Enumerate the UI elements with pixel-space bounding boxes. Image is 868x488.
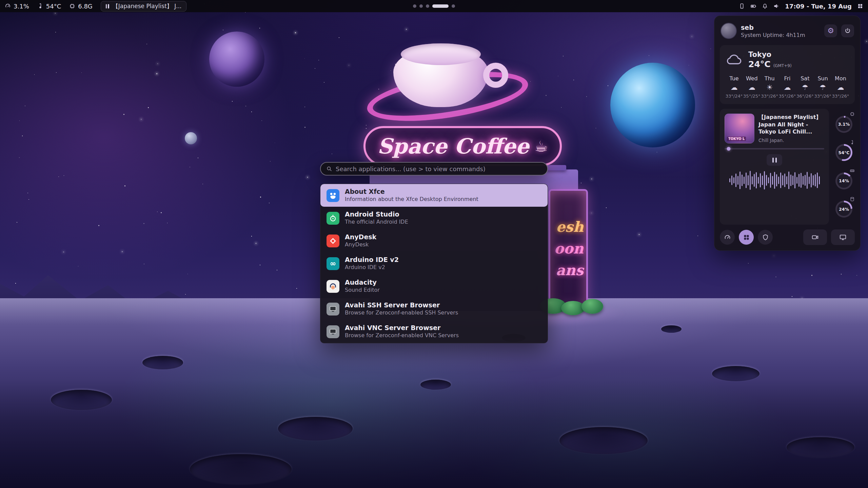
album-art-label: TOKYO L [727, 137, 746, 141]
weather-temp: 24°C [748, 59, 771, 69]
weather-icon: ☁ [837, 84, 844, 91]
weather-icon: ☁ [784, 84, 791, 91]
battery-icon[interactable] [750, 3, 756, 9]
result-subtitle: AnyDesk [345, 241, 376, 248]
gear-icon: ⚙ [827, 27, 834, 35]
now-playing-text: 【Japanese Playlist】 J... [113, 2, 182, 10]
screen-record-button[interactable] [803, 229, 827, 245]
space-coffee-neon-sign: Space Coffee ☕ [363, 126, 562, 166]
coffee-cup-icon: ☕ [535, 138, 548, 155]
small-moon [185, 132, 197, 144]
weather-icon: ☂ [802, 84, 808, 91]
workspace-switcher [413, 4, 455, 8]
forecast-day: Tue ☁ 33°/24° [725, 75, 743, 99]
purple-planet [209, 32, 264, 87]
memory-chip-icon [69, 3, 75, 9]
weather-card: Tokyo 24°C (GMT+9) Tue ☁ 33°/24° Wed ☁ 3… [720, 45, 855, 104]
seek-bar[interactable] [725, 148, 824, 149]
forecast-day: Thu ☀ 33°/26° [761, 75, 778, 99]
seek-handle[interactable] [727, 147, 730, 151]
workspace-active-pill[interactable] [432, 4, 449, 8]
crater [661, 325, 682, 333]
volume-icon[interactable] [773, 3, 780, 9]
audio-waveform [725, 169, 824, 191]
result-audacity[interactable]: Audacity Sound Editor [320, 275, 548, 298]
result-avahi-ssh[interactable]: Avahi SSH Server Browser Browse for Zero… [320, 298, 548, 320]
result-arduino-ide[interactable]: ∞ Arduino IDE v2 Arduino IDE v2 [320, 252, 548, 275]
result-title: Arduino IDE v2 [345, 256, 399, 264]
android-studio-icon [327, 212, 339, 225]
pause-icon [106, 4, 109, 8]
launcher-results-list: About Xfce Information about the Xfce De… [320, 184, 548, 343]
workspace-dot[interactable] [426, 4, 429, 8]
app-grid-icon[interactable] [857, 3, 863, 9]
forecast-day: Sun ☂ 33°/26° [814, 75, 832, 99]
avatar[interactable] [721, 23, 737, 39]
crater [712, 366, 760, 381]
xfce-mouse-icon [327, 189, 339, 202]
power-button[interactable] [841, 24, 854, 37]
memory-gauge: 14% [833, 167, 855, 195]
pause-button[interactable] [767, 154, 782, 166]
clock[interactable]: 17:09 - Tue, 19 Aug [785, 3, 852, 10]
result-subtitle: Arduino IDE v2 [345, 264, 399, 271]
weather-icon: ☂ [820, 84, 826, 91]
forecast-day: Sat ☂ 36°/26° [796, 75, 814, 99]
temp-value: 54°C [46, 3, 61, 10]
cpu-gauge-icon [5, 3, 11, 9]
bush [581, 299, 603, 314]
phone-icon[interactable] [739, 3, 745, 9]
system-uptime: System Uptime: 4h11m [741, 32, 820, 38]
power-icon [844, 27, 851, 34]
workspace-dot[interactable] [419, 4, 423, 8]
result-title: Android Studio [345, 210, 408, 219]
user-card: seb System Uptime: 4h11m ⚙ [720, 21, 855, 40]
panel-quick-actions [720, 229, 855, 245]
terminal-screen-icon [327, 303, 339, 316]
security-button[interactable] [758, 230, 773, 245]
forecast-day: Mon ☁ 33°/26° [832, 75, 849, 99]
bell-icon[interactable] [762, 3, 768, 9]
track-artist: Chill Japan. [758, 138, 824, 143]
workspace-dot[interactable] [413, 4, 416, 8]
apps-grid-icon [743, 234, 750, 241]
shield-icon [762, 234, 769, 241]
result-android-studio[interactable]: Android Studio The official Android IDE [320, 207, 548, 229]
temperature-gauge: 54°C [833, 139, 855, 167]
earth-planet [610, 63, 695, 147]
bush [561, 301, 585, 315]
widgets-button[interactable] [739, 230, 754, 245]
performance-button[interactable] [720, 230, 735, 245]
search-icon [326, 166, 332, 172]
disk-gauge: 24% [833, 195, 855, 224]
weather-icon: ☀ [766, 84, 773, 91]
video-camera-icon [811, 233, 819, 241]
temp-indicator: 54°C [37, 3, 61, 10]
settings-button[interactable]: ⚙ [824, 24, 837, 37]
sign-text: Space Coffee [377, 134, 529, 159]
username: seb [741, 24, 820, 31]
result-avahi-vnc[interactable]: Avahi VNC Server Browser Browse for Zero… [320, 320, 548, 343]
cpu-value: 3.1% [14, 3, 29, 10]
weather-timezone: (GMT+9) [773, 63, 792, 68]
weather-icon: ☁ [731, 84, 738, 91]
disk-icon [850, 197, 855, 202]
coffee-shop-window: esh oon ans [549, 189, 588, 308]
arduino-infinity-icon: ∞ [327, 257, 339, 270]
display-button[interactable] [831, 229, 855, 245]
thermometer-icon [850, 140, 855, 145]
weather-icon: ☁ [748, 84, 755, 91]
result-about-xfce[interactable]: About Xfce Information about the Xfce De… [320, 184, 548, 207]
system-gauges: 3.1% 54°C 14% 24% [833, 109, 855, 225]
bottom-vignette [0, 380, 868, 488]
track-title: 【Japanese Playlist】 Japan All Night - To… [758, 114, 824, 136]
launcher-search-bar[interactable] [320, 162, 548, 176]
media-player-card: TOKYO L 【Japanese Playlist】 Japan All Ni… [720, 109, 829, 225]
search-input[interactable] [336, 165, 542, 172]
now-playing-widget[interactable]: 【Japanese Playlist】 J... [101, 1, 187, 12]
forecast-day: Fri ☁ 35°/26° [778, 75, 796, 99]
workspace-dot[interactable] [452, 4, 455, 8]
cpu-gauge: 3.1% [833, 110, 855, 139]
result-anydesk[interactable]: AnyDesk AnyDesk [320, 229, 548, 252]
result-title: Avahi VNC Server Browser [345, 324, 459, 332]
